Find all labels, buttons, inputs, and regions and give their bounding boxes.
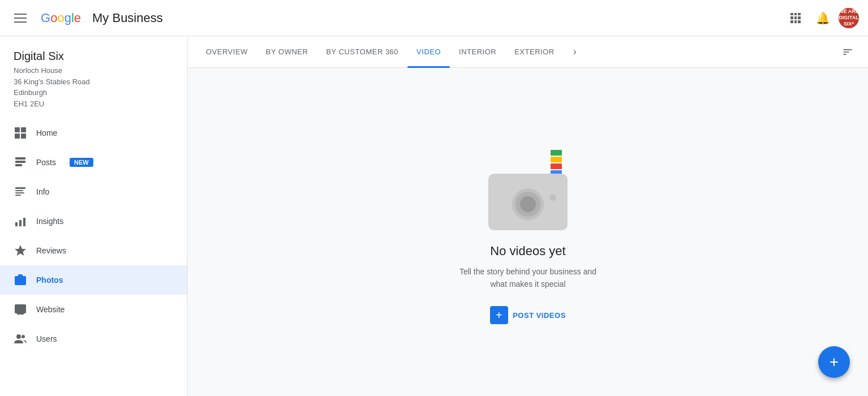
sidebar-item-info-label: Info xyxy=(36,187,49,196)
empty-state-title: No videos yet xyxy=(490,244,565,259)
info-icon xyxy=(14,185,27,199)
svg-point-16 xyxy=(18,278,23,283)
sidebar-item-website[interactable]: Website xyxy=(0,295,187,324)
post-videos-plus-icon: + xyxy=(490,306,508,324)
svg-rect-9 xyxy=(15,192,24,193)
svg-rect-12 xyxy=(19,220,22,226)
camera-lens xyxy=(512,188,544,220)
topbar: Google My Business 🔔 WE ARE DIGITAL SIX* xyxy=(0,0,868,36)
content-body: No videos yet Tell the story behind your… xyxy=(188,68,868,396)
fab-button[interactable]: + xyxy=(818,346,850,378)
sidebar-item-insights[interactable]: Insights xyxy=(0,206,187,236)
content-area: OVERVIEW BY OWNER BY CUSTOMER 360 VIDEO … xyxy=(188,36,868,396)
apps-button[interactable] xyxy=(784,7,807,29)
business-name: Digital Six xyxy=(14,50,174,63)
menu-button[interactable] xyxy=(9,7,32,29)
svg-rect-7 xyxy=(15,187,25,189)
bar-green xyxy=(551,150,562,156)
tab-exterior[interactable]: EXTERIOR xyxy=(505,36,563,68)
tabs-next-arrow[interactable]: › xyxy=(566,43,584,61)
bell-icon: 🔔 xyxy=(816,11,830,25)
svg-rect-3 xyxy=(21,134,26,139)
svg-rect-20 xyxy=(17,313,24,315)
sidebar-item-users[interactable]: Users xyxy=(0,324,187,354)
svg-marker-14 xyxy=(15,245,26,256)
topbar-left: Google My Business xyxy=(9,7,163,29)
tab-overview[interactable]: OVERVIEW xyxy=(197,36,257,68)
svg-rect-0 xyxy=(15,127,20,132)
tab-by-owner[interactable]: BY OWNER xyxy=(257,36,317,68)
svg-rect-6 xyxy=(15,164,22,166)
sidebar-item-info[interactable]: Info xyxy=(0,177,187,206)
camera-flash xyxy=(549,194,556,201)
svg-point-21 xyxy=(16,334,21,339)
bar-red xyxy=(551,163,562,169)
users-icon xyxy=(14,332,27,346)
tab-interior[interactable]: INTERIOR xyxy=(450,36,505,68)
svg-rect-5 xyxy=(15,161,25,163)
post-videos-label: POST VIDEOS xyxy=(513,311,566,320)
svg-rect-8 xyxy=(15,190,23,191)
tab-by-customer-360[interactable]: BY CUSTOMER 360 xyxy=(317,36,407,68)
business-info: Digital Six Norloch House 36 King's Stab… xyxy=(0,45,187,118)
main-layout: Digital Six Norloch House 36 King's Stab… xyxy=(0,36,868,396)
sidebar-item-photos[interactable]: Photos xyxy=(0,265,187,295)
svg-rect-2 xyxy=(15,134,20,139)
svg-rect-17 xyxy=(18,274,23,277)
bar-yellow xyxy=(551,157,562,162)
photos-icon xyxy=(14,273,27,287)
app-title: My Business xyxy=(92,11,163,25)
tab-video[interactable]: VIDEO xyxy=(407,36,450,68)
svg-rect-4 xyxy=(15,157,25,160)
website-icon xyxy=(14,303,27,316)
camera-illustration xyxy=(483,140,573,230)
sidebar-item-reviews[interactable]: Reviews xyxy=(0,236,187,265)
post-videos-button[interactable]: + POST VIDEOS xyxy=(490,306,566,324)
avatar[interactable]: WE ARE DIGITAL SIX* xyxy=(839,8,859,28)
tabs-bar: OVERVIEW BY OWNER BY CUSTOMER 360 VIDEO … xyxy=(188,36,868,68)
sidebar-item-reviews-label: Reviews xyxy=(36,246,66,255)
sidebar-item-posts[interactable]: Posts NEW xyxy=(0,148,187,177)
camera-body xyxy=(488,174,568,230)
home-icon xyxy=(14,126,27,140)
sidebar: Digital Six Norloch House 36 King's Stab… xyxy=(0,36,188,396)
sidebar-item-posts-label: Posts xyxy=(36,158,56,167)
grid-icon xyxy=(790,13,801,23)
color-bars xyxy=(551,150,562,176)
sidebar-item-users-label: Users xyxy=(36,334,57,343)
svg-rect-1 xyxy=(21,127,26,132)
sidebar-item-home[interactable]: Home xyxy=(0,118,187,148)
notifications-button[interactable]: 🔔 xyxy=(811,7,834,29)
empty-state-subtitle: Tell the story behind your business and … xyxy=(459,265,596,291)
insights-icon xyxy=(14,214,27,228)
sidebar-item-insights-label: Insights xyxy=(36,217,63,226)
posts-new-badge: NEW xyxy=(70,158,93,167)
sidebar-item-home-label: Home xyxy=(36,128,57,137)
google-logo: Google xyxy=(41,11,81,25)
hamburger-icon xyxy=(10,9,31,27)
sidebar-item-website-label: Website xyxy=(36,305,65,314)
posts-icon xyxy=(14,156,27,169)
camera-lens-inner xyxy=(520,196,536,212)
svg-point-22 xyxy=(22,335,25,338)
svg-rect-10 xyxy=(15,195,21,196)
svg-rect-11 xyxy=(15,222,18,226)
sort-button[interactable] xyxy=(836,41,859,63)
business-address: Norloch House 36 King's Stables Road Edi… xyxy=(14,65,174,109)
svg-rect-13 xyxy=(23,218,25,226)
reviews-icon xyxy=(14,244,27,257)
svg-rect-19 xyxy=(15,306,26,307)
svg-rect-18 xyxy=(15,304,26,313)
topbar-right: 🔔 WE ARE DIGITAL SIX* xyxy=(784,7,859,29)
sidebar-item-photos-label: Photos xyxy=(36,276,63,285)
